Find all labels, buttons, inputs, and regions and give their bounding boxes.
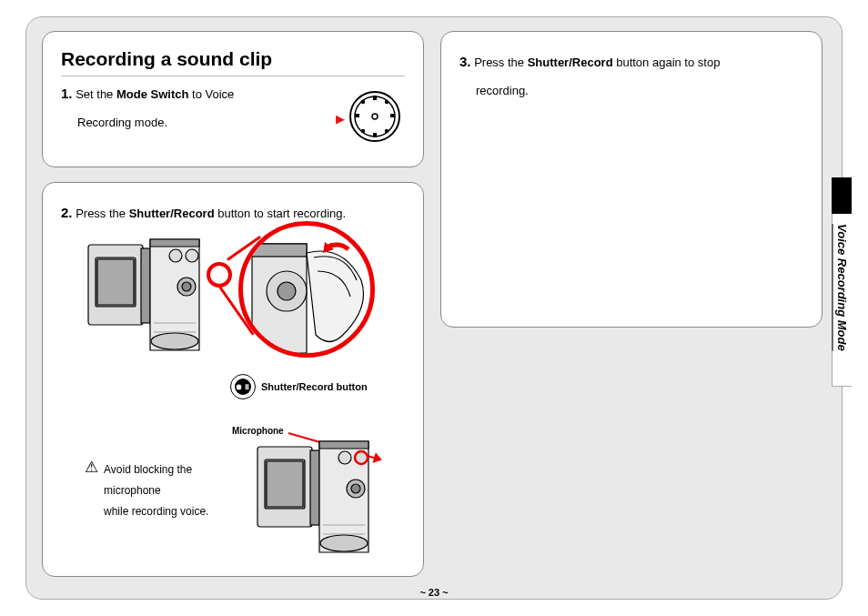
svg-rect-14 — [141, 248, 150, 323]
step3-line2: recording. — [459, 79, 803, 103]
svg-rect-29 — [310, 450, 319, 525]
svg-point-30 — [320, 535, 368, 551]
svg-point-10 — [361, 100, 365, 104]
svg-point-31 — [338, 451, 351, 464]
card-step1: Recording a sound clip 1. Set the Mode S… — [42, 31, 424, 167]
camcorder-illustration-2 — [254, 434, 395, 565]
camcorder-illustration-1 — [85, 232, 226, 363]
svg-point-17 — [186, 249, 198, 262]
card-step2: 2. Press the Shutter/Record button to st… — [42, 182, 424, 577]
svg-rect-7 — [373, 133, 377, 137]
svg-rect-28 — [267, 461, 303, 507]
step3-text: 3. Press the Shutter/Record button again… — [459, 48, 803, 76]
svg-point-6 — [385, 129, 389, 133]
callout-source-circle — [207, 262, 232, 288]
svg-point-19 — [182, 282, 191, 291]
warning-icon: ⚠ — [85, 459, 98, 521]
shutter-button-label: Shutter/Record button — [261, 381, 368, 392]
svg-point-25 — [278, 282, 296, 300]
svg-point-2 — [372, 114, 378, 119]
shutter-button-label-row: ⏺⏸ Shutter/Record button — [230, 374, 368, 399]
shutter-button-icon: ⏺⏸ — [230, 374, 256, 399]
press-arrow-icon — [316, 240, 356, 280]
section-tab-label: Voice Recording Mode — [832, 218, 852, 387]
page-title: Recording a sound clip — [61, 48, 405, 76]
warning-note: ⚠ Avoid blocking the microphone while re… — [85, 459, 248, 521]
svg-rect-5 — [390, 114, 395, 117]
svg-rect-23 — [252, 244, 307, 257]
svg-point-34 — [351, 484, 360, 493]
card-step3: 3. Press the Shutter/Record button again… — [440, 31, 823, 328]
warning-line2: while recording voice. — [104, 505, 208, 518]
svg-point-16 — [169, 249, 182, 262]
svg-point-8 — [361, 129, 365, 133]
mode-dial-icon — [347, 88, 403, 145]
section-tab-marker — [832, 177, 852, 214]
svg-rect-13 — [97, 259, 134, 305]
warning-line1: Avoid blocking the microphone — [104, 463, 192, 497]
step2-text: 2. Press the Shutter/Record button to st… — [61, 199, 405, 227]
svg-point-4 — [385, 100, 389, 104]
svg-point-15 — [151, 333, 198, 349]
svg-rect-9 — [355, 114, 359, 117]
svg-rect-3 — [373, 96, 377, 100]
mode-dial-pointer-icon: ▶ — [336, 112, 345, 126]
page-number: ~ 23 ~ — [0, 587, 868, 598]
callout-magnify-circle — [238, 221, 375, 358]
